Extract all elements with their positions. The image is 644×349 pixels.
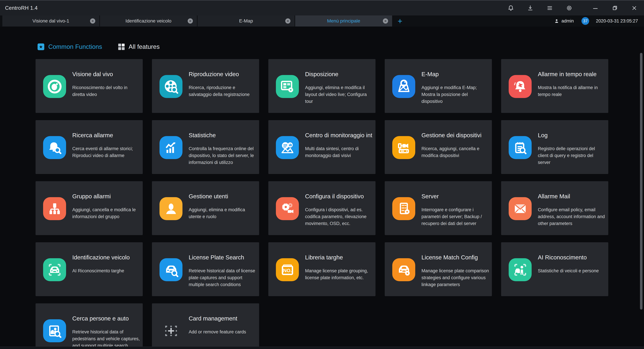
tab-label: E-Map bbox=[239, 18, 253, 24]
card-description: Ricerca, aggiungi, cancella e modifica d… bbox=[422, 145, 489, 159]
tab-close-icon[interactable]: ✕ bbox=[90, 19, 95, 24]
card-mgmt-icon bbox=[160, 319, 182, 342]
card-title: Allarme in tempo reale bbox=[538, 71, 596, 78]
card-title: License Match Config bbox=[422, 254, 478, 261]
card-description: Mostra la notifica di allarme in tempo r… bbox=[538, 84, 606, 98]
card-gruppo-allarmi[interactable]: Gruppo allarmiAggiungi, cancella e modif… bbox=[36, 181, 143, 235]
card-gestione-dei-dispositivi[interactable]: Gestione dei dispositiviRicerca, aggiung… bbox=[385, 120, 492, 174]
card-description: Aggiungi, elimina e modifica utente e ru… bbox=[189, 206, 256, 220]
tab-close-icon[interactable]: ✕ bbox=[383, 19, 388, 24]
ai-recognition-icon bbox=[509, 258, 532, 281]
tab-close-icon[interactable]: ✕ bbox=[188, 19, 193, 24]
card-libreria-targhe[interactable]: NO.Libreria targheManage license plate g… bbox=[268, 242, 376, 296]
settings-gear-icon[interactable] bbox=[560, 2, 579, 14]
maximize-button[interactable] bbox=[605, 2, 624, 14]
vehicle-id-icon bbox=[43, 258, 66, 281]
minimize-button[interactable] bbox=[586, 2, 605, 14]
card-title: Log bbox=[538, 132, 548, 139]
card-card-management[interactable]: Card managementAdd or remove feature car… bbox=[152, 303, 259, 349]
card-license-plate-search[interactable]: License Plate SearchRetrieve historical … bbox=[152, 242, 259, 296]
datetime-label: 2020-03-31 23:05:27 bbox=[596, 19, 638, 24]
card-description: Cerca eventi di allarme storici; Riprodu… bbox=[72, 145, 140, 159]
card-title: AI Riconoscimento bbox=[538, 254, 587, 261]
card-riproduzione-video[interactable]: Riproduzione videoRicerca, riproduzione … bbox=[152, 59, 259, 113]
card-description: Interrogare e configurare i parametri de… bbox=[422, 206, 489, 227]
alarm-count-badge[interactable]: 37 bbox=[582, 17, 589, 25]
titlebar-actions bbox=[501, 2, 644, 14]
layout-icon bbox=[276, 75, 299, 98]
feature-card-grid: Visione dal vivoRiconoscimento del volto… bbox=[36, 59, 608, 349]
server-icon bbox=[392, 197, 415, 220]
card-identificazione-veicolo[interactable]: Identificazione veicoloAI Riconoscimento… bbox=[36, 242, 143, 296]
card-title: Card management bbox=[189, 315, 237, 322]
menu-icon[interactable] bbox=[540, 2, 560, 14]
card-title: Server bbox=[422, 193, 439, 200]
card-server[interactable]: ServerInterrogare e configurare i parame… bbox=[385, 181, 492, 235]
card-visione-dal-vivo[interactable]: Visione dal vivoRiconoscimento del volto… bbox=[36, 59, 143, 113]
card-title: Riproduzione video bbox=[189, 71, 239, 78]
card-title: Allarme Mail bbox=[538, 193, 570, 200]
card-configura-il-dispositivo[interactable]: Configura il dispositivoConfigura i disp… bbox=[268, 181, 376, 235]
tab-identificazione-veicolo[interactable]: Identificazione veicolo ✕ bbox=[100, 16, 197, 27]
tabbar-spacer bbox=[0, 16, 2, 27]
card-title: Gestione dei dispositivi bbox=[422, 132, 482, 139]
vertical-scrollbar[interactable] bbox=[640, 53, 642, 309]
all-features-label: All features bbox=[129, 43, 160, 50]
card-title: E-Map bbox=[422, 71, 439, 78]
notification-bell-icon[interactable] bbox=[501, 2, 520, 14]
window-bottom-edge bbox=[0, 346, 644, 349]
card-description: Aggiungi, cancella e modifica le informa… bbox=[72, 206, 140, 220]
tab-men-principale[interactable]: Menù principale ✕ bbox=[295, 16, 392, 27]
card-title: Libreria targhe bbox=[305, 254, 343, 261]
card-gestione-utenti[interactable]: Gestione utentiAggiungi, elimina e modif… bbox=[152, 181, 259, 235]
tab-bar: Visione dal vivo-1 ✕Identificazione veic… bbox=[0, 16, 644, 27]
card-description: Riconoscimento del volto in diretta vide… bbox=[72, 84, 140, 98]
tab-common-functions[interactable]: ★ Common Functions bbox=[38, 43, 102, 50]
close-button[interactable] bbox=[624, 2, 644, 14]
card-disposizione[interactable]: DisposizioneAggiungi, elimina e modifica… bbox=[268, 59, 376, 113]
plate-lib-icon: NO. bbox=[276, 258, 299, 281]
card-centro-di-monitoraggio-int[interactable]: Centro di monitoraggio intMulti data sin… bbox=[268, 120, 376, 174]
user-mgmt-icon bbox=[160, 197, 182, 220]
tab-close-icon[interactable]: ✕ bbox=[285, 19, 290, 24]
card-description: Ricerca, riproduzione e salvataggio dell… bbox=[189, 84, 256, 98]
common-functions-label: Common Functions bbox=[48, 43, 102, 50]
card-statistiche[interactable]: StatisticheControlla la frequenza online… bbox=[152, 120, 259, 174]
card-description: Add or remove feature cards bbox=[189, 328, 256, 335]
card-description: Aggiungi e modifica E-Map; Mostra la pos… bbox=[422, 84, 489, 105]
card-allarme-in-tempo-reale[interactable]: Allarme in tempo realeMostra la notifica… bbox=[501, 59, 608, 113]
card-title: Cerca persone e auto bbox=[72, 315, 129, 322]
card-description: Configure email policy, email address, a… bbox=[538, 206, 606, 227]
card-license-match-config[interactable]: License Match ConfigManage license plate… bbox=[385, 242, 492, 296]
live-view-icon bbox=[43, 75, 66, 98]
download-icon[interactable] bbox=[520, 2, 540, 14]
tab-label: Visione dal vivo-1 bbox=[32, 18, 69, 24]
alarm-group-icon bbox=[43, 197, 66, 220]
user-icon bbox=[554, 18, 560, 24]
card-log[interactable]: LogRegistro delle operazioni del client … bbox=[501, 120, 608, 174]
tab-label: Identificazione veicolo bbox=[126, 18, 172, 24]
alarm-mail-icon bbox=[509, 197, 532, 220]
card-description: Aggiungi, elimina e modifica il layout d… bbox=[305, 84, 373, 105]
card-allarme-mail[interactable]: Allarme MailConfigure email policy, emai… bbox=[501, 181, 608, 235]
app-title: CentroRH 1.4 bbox=[5, 5, 38, 11]
card-title: Statistiche bbox=[189, 132, 216, 139]
playback-icon bbox=[160, 75, 182, 98]
card-ai-riconoscimento[interactable]: AI RiconoscimentoStatistiche di veicoli … bbox=[501, 242, 608, 296]
emap-icon bbox=[392, 75, 415, 98]
card-title: Centro di monitoraggio int bbox=[305, 132, 372, 139]
card-description: Manage license plate comparison strategi… bbox=[422, 267, 489, 288]
new-tab-button[interactable]: + bbox=[393, 16, 407, 27]
card-description: Configura i dispositivi, ad es. codifica… bbox=[305, 206, 373, 227]
card-cerca-persone-e-auto[interactable]: Cerca persone e autoRetrieve historical … bbox=[36, 303, 143, 349]
tab-e-map[interactable]: E-Map ✕ bbox=[198, 16, 294, 27]
tab-all-features[interactable]: All features bbox=[118, 43, 160, 50]
device-mgmt-icon bbox=[392, 136, 415, 159]
svg-text:NO.: NO. bbox=[283, 268, 292, 273]
card-ricerca-allarme[interactable]: Ricerca allarmeCerca eventi di allarme s… bbox=[36, 120, 143, 174]
alarm-search-icon bbox=[43, 136, 66, 159]
user-info-bar: admin 37 2020-03-31 23:05:27 bbox=[554, 16, 644, 27]
card-title: License Plate Search bbox=[189, 254, 244, 261]
card-e-map[interactable]: E-MapAggiungi e modifica E-Map; Mostra l… bbox=[385, 59, 492, 113]
tab-visione-dal-vivo-1[interactable]: Visione dal vivo-1 ✕ bbox=[2, 16, 99, 27]
